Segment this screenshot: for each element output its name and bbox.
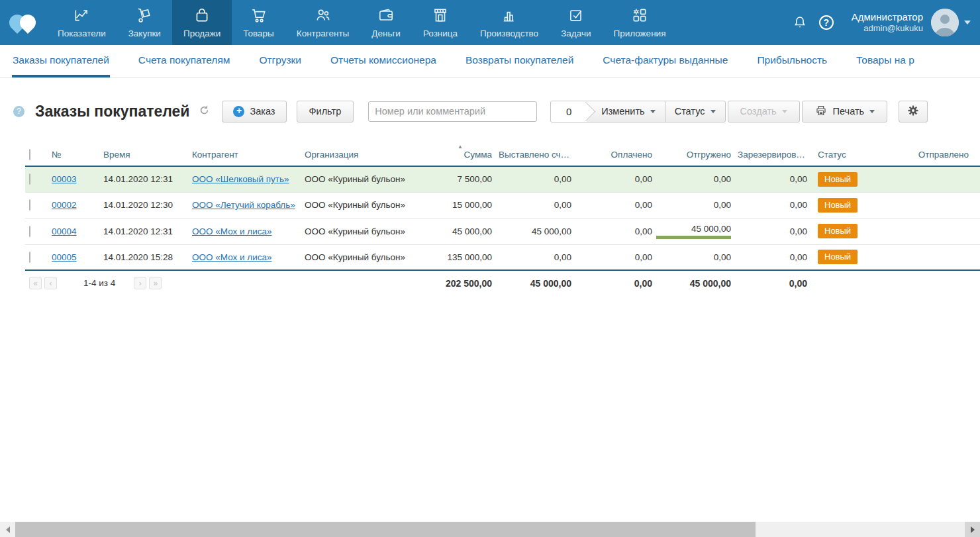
status-badge[interactable]: Новый: [818, 172, 858, 187]
select-all-checkbox[interactable]: [29, 149, 30, 160]
row-checkbox[interactable]: [29, 252, 30, 263]
main-menu: Показатели Закупки Продажи Товары Контра…: [46, 0, 677, 45]
create-order-button[interactable]: + Заказ: [222, 101, 286, 122]
goods-icon: [250, 7, 268, 28]
nav-item-label: Розница: [423, 28, 458, 38]
status-button[interactable]: Статус: [665, 101, 725, 122]
chevron-down-icon: [782, 110, 787, 113]
retail-icon: [432, 7, 449, 28]
nav-item-counterparties[interactable]: Контрагенты: [285, 0, 361, 45]
help-icon[interactable]: ?: [813, 15, 840, 30]
order-time: 14.01.2020 12:31: [99, 166, 188, 192]
order-number-link[interactable]: 00004: [52, 226, 77, 236]
invoiced-cell: 0,00: [495, 192, 574, 218]
status-badge[interactable]: Новый: [818, 250, 858, 264]
reserved-cell: 0,00: [734, 192, 810, 218]
col-header-organization[interactable]: Организация: [301, 143, 416, 166]
pagination-last-button[interactable]: »: [149, 277, 162, 289]
nav-item-money[interactable]: Деньги: [360, 0, 412, 45]
search-input[interactable]: [368, 101, 537, 122]
tab-customer-invoices[interactable]: Счета покупателям: [138, 45, 231, 77]
pagination-prev-button[interactable]: ‹: [44, 277, 57, 289]
tab-issued-invoices[interactable]: Счета-фактуры выданные: [602, 45, 728, 77]
refresh-icon[interactable]: [199, 105, 210, 119]
horizontal-scrollbar[interactable]: [0, 522, 980, 537]
nav-item-retail[interactable]: Розница: [412, 0, 469, 45]
user-block[interactable]: Администратор admin@kukuku: [852, 11, 923, 34]
counterparty-link[interactable]: ООО «Летучий корабль»: [192, 200, 295, 210]
row-checkbox[interactable]: [29, 173, 30, 185]
table-row[interactable]: 00002 14.01.2020 12:30 ООО «Летучий кора…: [25, 192, 980, 218]
status-badge[interactable]: Новый: [818, 198, 858, 213]
notifications-bell-icon[interactable]: [787, 14, 813, 31]
scrollbar-thumb[interactable]: [15, 522, 756, 537]
counterparty-link[interactable]: ООО «Мох и лиса»: [192, 226, 272, 236]
totals-row: « ‹ 1-4 из 4 › » 202 500,00 45 000,00 0,…: [25, 270, 980, 295]
col-header-sent[interactable]: Отправлено: [891, 143, 980, 166]
top-navigation: Показатели Закупки Продажи Товары Контра…: [0, 0, 980, 45]
nav-item-sales[interactable]: Продажи: [172, 0, 232, 45]
print-button[interactable]: Печать: [802, 101, 888, 122]
counterparty-link[interactable]: ООО «Шелковый путь»: [192, 174, 289, 184]
table-row[interactable]: 00003 14.01.2020 12:31 ООО «Шелковый пут…: [25, 166, 980, 192]
pagination-first-button[interactable]: «: [29, 277, 42, 289]
user-email: admin@kukuku: [852, 23, 923, 34]
avatar[interactable]: [931, 9, 959, 36]
row-checkbox[interactable]: [29, 199, 30, 211]
change-button[interactable]: Изменить: [587, 101, 664, 122]
pagination-next-button[interactable]: ›: [134, 277, 146, 289]
nav-item-production[interactable]: Производство: [469, 0, 550, 45]
scroll-right-arrow-icon[interactable]: [965, 522, 980, 537]
order-time: 14.01.2020 12:31: [99, 218, 188, 244]
table-row[interactable]: 00004 14.01.2020 12:31 ООО «Мох и лиса» …: [25, 218, 980, 244]
top-right-cluster: ? Администратор admin@kukuku: [787, 0, 980, 45]
col-header-status[interactable]: Статус: [810, 143, 891, 166]
col-header-invoiced[interactable]: Выставлено сче...: [495, 143, 574, 166]
nav-item-label: Деньги: [371, 28, 401, 38]
col-header-reserved[interactable]: Зарезервировано: [734, 143, 810, 166]
nav-item-label: Товары: [243, 28, 273, 38]
nav-item-apps[interactable]: Приложения: [602, 0, 677, 45]
nav-item-purchases[interactable]: Закупки: [117, 0, 172, 45]
tab-goods-on-realization[interactable]: Товары на р: [856, 45, 915, 77]
nav-item-goods[interactable]: Товары: [232, 0, 285, 45]
user-menu-caret-icon[interactable]: [964, 21, 971, 24]
nav-item-indicators[interactable]: Показатели: [46, 0, 117, 45]
create-document-button[interactable]: Создать: [728, 101, 800, 122]
nav-item-label: Продажи: [183, 28, 220, 38]
counterparty-link[interactable]: ООО «Мох и лиса»: [192, 252, 272, 262]
organization-cell: ООО «Куриный бульон»: [301, 244, 416, 270]
tab-customer-returns[interactable]: Возвраты покупателей: [465, 45, 574, 77]
chevron-down-icon: [710, 110, 716, 113]
settings-gear-button[interactable]: [899, 101, 928, 122]
tab-profitability[interactable]: Прибыльность: [756, 45, 828, 77]
sales-icon: [193, 7, 211, 28]
page-help-icon[interactable]: ?: [13, 106, 24, 117]
total-shipped: 45 000,00: [655, 270, 734, 295]
col-header-number[interactable]: №: [48, 143, 99, 166]
reserved-cell: 0,00: [734, 166, 810, 192]
row-checkbox[interactable]: [29, 226, 30, 237]
bulk-actions-group: 0 Изменить Статус: [550, 101, 725, 122]
col-header-shipped[interactable]: Отгружено: [655, 143, 734, 166]
order-number-link[interactable]: 00005: [52, 252, 77, 262]
status-badge[interactable]: Новый: [818, 224, 858, 238]
filter-button[interactable]: Фильтр: [297, 101, 354, 122]
nav-item-tasks[interactable]: Задачи: [550, 0, 602, 45]
col-header-paid[interactable]: Оплачено: [574, 143, 655, 166]
production-icon: [501, 7, 518, 28]
col-header-counterparty[interactable]: Контрагент: [188, 143, 301, 166]
order-number-link[interactable]: 00002: [52, 200, 77, 210]
sort-asc-icon: ▲: [458, 144, 463, 150]
toolbar: ? Заказы покупателей + Заказ Фильтр 0 Из…: [13, 98, 967, 124]
col-header-sum[interactable]: ▲Сумма: [416, 143, 495, 166]
moysklad-logo[interactable]: [0, 0, 46, 45]
table-row[interactable]: 00005 14.01.2020 15:28 ООО «Мох и лиса» …: [25, 244, 980, 270]
order-number-link[interactable]: 00003: [52, 174, 77, 184]
tab-commission-reports[interactable]: Отчеты комиссионера: [330, 45, 437, 77]
tab-shipments[interactable]: Отгрузки: [258, 45, 302, 77]
col-header-time[interactable]: Время: [99, 143, 188, 166]
sum-cell: 7 500,00: [416, 166, 495, 192]
scroll-left-arrow-icon[interactable]: [0, 522, 15, 537]
tab-customer-orders[interactable]: Заказы покупателей: [12, 45, 110, 77]
